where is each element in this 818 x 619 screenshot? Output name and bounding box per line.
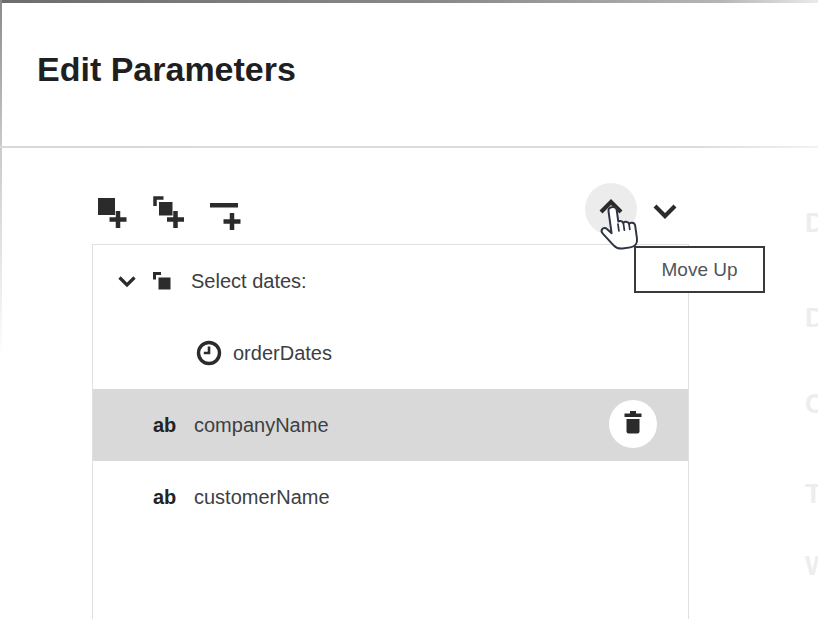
move-up-tooltip: Move Up	[634, 246, 765, 293]
group-icon	[152, 271, 173, 296]
row-label: orderDates	[233, 317, 332, 389]
row-label: customerName	[194, 461, 330, 533]
background-ghost-letter: D	[805, 303, 818, 334]
background-ghost-letter: D	[805, 208, 818, 239]
background-ghost-letter: W	[805, 551, 818, 582]
background-ghost-letter: C	[805, 389, 818, 420]
dialog-top-edge	[0, 0, 818, 3]
tooltip-text: Move Up	[661, 259, 737, 281]
move-down-button[interactable]	[648, 194, 682, 228]
expander-chevron-down-icon[interactable]	[113, 269, 141, 293]
group-plus-icon	[150, 192, 186, 232]
tree-row-companyname[interactable]: ab companyName	[93, 389, 688, 461]
square-plus-icon	[94, 192, 130, 232]
tree-row-select-dates[interactable]: Select dates:	[93, 245, 688, 317]
background-ghost-letter: T	[805, 479, 818, 510]
page-title: Edit Parameters	[37, 50, 296, 89]
text-type-prefix: ab	[153, 461, 176, 533]
add-parameter-button[interactable]	[94, 192, 130, 232]
add-group-button[interactable]	[150, 192, 186, 232]
dash-plus-icon	[206, 192, 242, 232]
row-label: companyName	[194, 389, 329, 461]
delete-parameter-button[interactable]	[609, 400, 657, 448]
trash-icon	[622, 410, 644, 438]
move-up-button[interactable]	[585, 183, 637, 235]
dialog-left-edge	[0, 0, 2, 360]
tree-row-customername[interactable]: ab customerName	[93, 461, 688, 533]
chevron-down-icon	[652, 203, 678, 219]
row-label: Select dates:	[191, 245, 307, 317]
header-divider	[0, 146, 818, 148]
clock-icon	[196, 340, 222, 370]
chevron-up-icon	[598, 199, 624, 219]
tree-row-orderdates[interactable]: orderDates	[93, 317, 688, 389]
add-separator-button[interactable]	[206, 192, 242, 232]
parameter-list-panel: Select dates: orderDates ab companyName …	[92, 244, 689, 619]
text-type-prefix: ab	[153, 389, 176, 461]
